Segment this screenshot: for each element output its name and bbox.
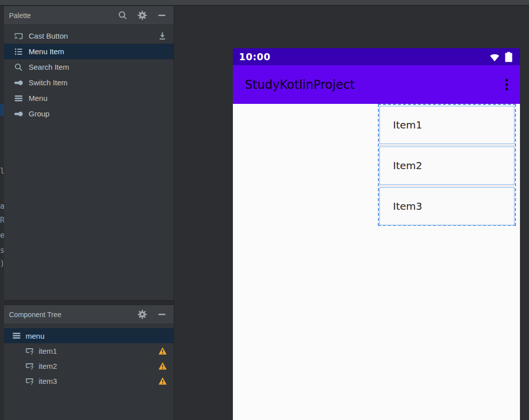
tree-item-menu[interactable]: menu <box>4 328 174 343</box>
unknown-view-icon: ? <box>25 376 34 385</box>
tree-item-item2[interactable]: ? item2 <box>4 358 174 373</box>
svg-text:?: ? <box>30 365 34 370</box>
settings-icon[interactable] <box>138 11 147 20</box>
tree-item-label: item2 <box>39 362 57 370</box>
tree-item-label: item1 <box>39 347 57 355</box>
device-preview: 10:00 StudyKotlinProject Item1 <box>233 48 520 420</box>
palette-item-search-item[interactable]: Search Item <box>4 59 174 75</box>
palette-item-label: Cast Button <box>29 32 68 40</box>
editor-selection-fragment <box>0 104 4 116</box>
panel-divider[interactable] <box>4 300 174 305</box>
menu-option-item2[interactable]: Item2 <box>379 147 514 185</box>
download-icon[interactable] <box>158 31 167 41</box>
unknown-view-icon: ? <box>25 361 34 370</box>
component-tree-list: menu ? item1 ? <box>4 324 174 388</box>
editor-text-fragment: R <box>0 216 4 225</box>
editor-text-fragment: li <box>0 167 4 176</box>
magnifier-icon <box>14 63 23 72</box>
status-bar: 10:00 <box>233 48 520 65</box>
palette-title: Palette <box>9 12 31 20</box>
editor-text-fragment: a <box>0 202 4 211</box>
palette-item-switch-item[interactable]: Switch Item <box>4 75 174 90</box>
warning-icon[interactable] <box>158 347 167 355</box>
editor-text-fragment: s <box>0 246 4 255</box>
editor-behind-strip: li a R e s ) <box>0 6 4 420</box>
editor-text-fragment: ) <box>0 259 4 268</box>
palette-item-menu[interactable]: Menu <box>4 90 174 106</box>
cast-icon <box>14 32 23 41</box>
unknown-view-icon: ? <box>25 346 34 355</box>
app-bar: StudyKotlinProject <box>233 65 520 104</box>
phone-content: Item1 Item2 Item3 <box>233 104 520 420</box>
svg-text:?: ? <box>30 380 34 385</box>
palette-item-label: Menu Item <box>29 47 64 56</box>
battery-icon <box>504 51 513 63</box>
menu-option-label: Item1 <box>393 119 422 131</box>
toggle-icon <box>14 78 23 87</box>
menu-option-item1[interactable]: Item1 <box>379 106 514 144</box>
palette-item-group[interactable]: Group <box>4 106 174 121</box>
tree-item-label: menu <box>26 332 45 340</box>
tree-item-item1[interactable]: ? item1 <box>4 343 174 358</box>
app-bar-title: StudyKotlinProject <box>245 78 355 92</box>
list-icon <box>14 47 23 56</box>
palette-item-label: Switch Item <box>29 78 68 87</box>
menu-option-item3[interactable]: Item3 <box>379 187 514 225</box>
palette-item-label: Search Item <box>29 63 69 71</box>
editor-text-fragment: e <box>0 231 4 240</box>
svg-text:?: ? <box>30 350 34 355</box>
toggle-icon <box>14 109 23 118</box>
search-icon[interactable] <box>118 11 127 20</box>
menu-option-label: Item2 <box>393 160 422 172</box>
wifi-icon <box>489 51 500 63</box>
palette-item-label: Menu <box>29 94 48 102</box>
warning-icon[interactable] <box>158 377 167 385</box>
palette-item-label: Group <box>29 109 50 118</box>
palette-item-cast-button[interactable]: Cast Button <box>4 28 174 44</box>
warning-icon[interactable] <box>158 362 167 370</box>
tree-item-item3[interactable]: ? item3 <box>4 373 174 388</box>
status-time: 10:00 <box>239 51 271 62</box>
hamburger-icon <box>12 331 21 340</box>
android-studio-design-view: li a R e s ) Palette <box>0 0 529 420</box>
left-tool-panel: Palette <box>4 6 174 420</box>
component-tree-title: Component Tree <box>9 311 61 319</box>
minimize-icon[interactable] <box>157 310 167 319</box>
palette-header: Palette <box>4 6 174 25</box>
hamburger-icon <box>14 94 23 103</box>
component-tree-header: Component Tree <box>4 305 174 324</box>
menu-preview-overlay: Item1 Item2 Item3 <box>378 104 516 226</box>
palette-list: Cast Button Menu It <box>4 25 174 121</box>
palette-item-menu-item[interactable]: Menu Item <box>4 44 174 59</box>
settings-icon[interactable] <box>138 310 147 319</box>
tree-item-label: item3 <box>39 377 57 385</box>
minimize-icon[interactable] <box>157 11 167 20</box>
toolbar-edge <box>0 0 529 6</box>
menu-option-label: Item3 <box>393 200 422 212</box>
overflow-menu-icon <box>504 77 509 92</box>
